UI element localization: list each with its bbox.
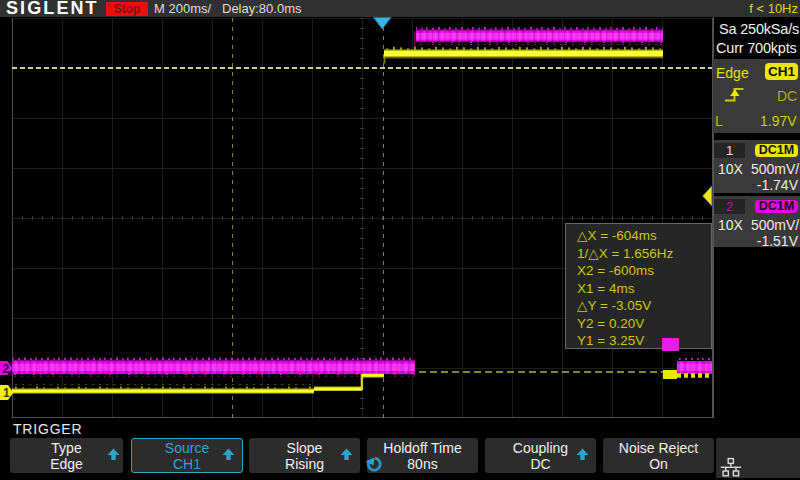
svg-text:1: 1 xyxy=(3,386,10,400)
svg-text:2: 2 xyxy=(3,362,10,376)
